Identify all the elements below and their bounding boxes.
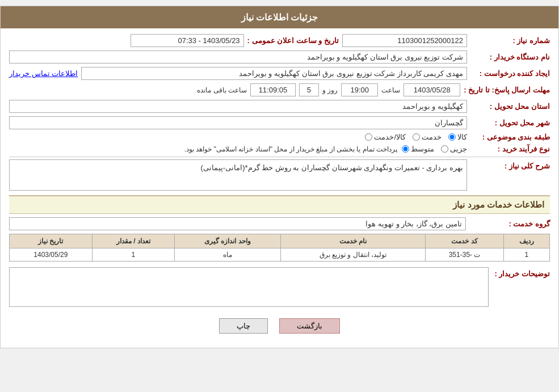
deadline-remaining-label: ساعت باقی مانده <box>197 86 247 94</box>
deadline-remaining: 11:09:05 <box>250 83 296 96</box>
buyer-notes-textarea[interactable] <box>9 267 489 307</box>
buttons-row: بازگشت چاپ <box>9 313 550 342</box>
deadline-date: 1403/05/28 <box>404 83 460 96</box>
announce-date-value: 1403/05/23 - 07:33 <box>131 34 244 47</box>
category-label: طبقه بندی موضوعی : <box>470 133 550 141</box>
services-section-title: اطلاعات خدمات مورد نیاز <box>9 195 550 214</box>
col-radif: ردیف <box>503 234 549 248</box>
cell-unit: ماه <box>175 248 280 262</box>
cell-code: ت -35-351 <box>426 248 503 262</box>
purchase-note: پرداخت تمام یا بخشی از مبلغ خریدار از مح… <box>9 145 397 153</box>
items-table: ردیف کد خدمت نام خدمت واحد اندازه گیری ت… <box>9 234 550 262</box>
back-button[interactable]: بازگشت <box>279 318 340 334</box>
need-number-value: 1103001252000122 <box>342 34 467 47</box>
print-button[interactable]: چاپ <box>219 318 268 334</box>
service-group-label: گروه خدمت : <box>470 220 550 228</box>
deadline-time: 19:00 <box>341 83 378 96</box>
announce-date-label: تاریخ و ساعت اعلان عمومی : <box>247 36 339 45</box>
col-qty: تعداد / مقدار <box>92 234 175 248</box>
table-row: 1ت -35-351تولید، انتقال و توزیع برقماه11… <box>10 248 550 262</box>
city-label: شهر محل تحویل : <box>470 119 550 127</box>
purchase-type-jozii[interactable]: جزیی <box>441 145 467 153</box>
deadline-label: مهلت ارسال پاسخ: تا تاریخ : <box>464 86 550 94</box>
need-number-label: شماره نیاز : <box>470 36 550 45</box>
buyer-name-value: شرکت توزیع نیروی برق استان کهگیلویه و بو… <box>9 50 467 64</box>
service-group-value: تامین برق، گاز، بخار و تهویه هوا <box>9 217 466 230</box>
province-label: استان محل تحویل : <box>470 102 550 111</box>
creator-label: ایجاد کننده درخواست : <box>470 69 550 78</box>
col-code: کد خدمت <box>426 234 503 248</box>
page-title: جزئیات اطلاعات نیاز <box>1 6 558 28</box>
purchase-type-motavasset-label: متوسط <box>411 145 434 153</box>
cell-row: 1 <box>503 248 549 262</box>
category-kala-label: کالا <box>457 133 467 141</box>
category-radio-group: کالا/خدمت خدمت کالا <box>365 133 467 141</box>
category-khidmat[interactable]: خدمت <box>413 133 442 141</box>
col-date: تاریخ نیاز <box>10 234 93 248</box>
category-kala[interactable]: کالا <box>448 133 467 141</box>
category-kala-khidmat-label: کالا/خدمت <box>374 133 406 141</box>
contact-link[interactable]: اطلاعات تماس خریدار <box>9 69 78 78</box>
col-name: نام خدمت <box>280 234 426 248</box>
creator-value: مهدی کریمی کاربرداز شرکت توزیع نیروی برق… <box>81 67 467 80</box>
deadline-days: 5 <box>299 83 319 96</box>
cell-date: 1403/05/29 <box>10 248 93 262</box>
description-label: شرح کلی نیاز : <box>470 159 550 170</box>
category-kala-khidmat[interactable]: کالا/خدمت <box>365 133 406 141</box>
cell-name: تولید، انتقال و توزیع برق <box>280 248 426 262</box>
deadline-days-label: روز و <box>322 86 338 94</box>
city-value: گچساران <box>9 116 467 129</box>
purchase-type-jozii-label: جزیی <box>450 145 467 153</box>
purchase-type-motavasset[interactable]: متوسط <box>402 145 434 153</box>
buyer-notes-label: توضیحات خریدار : <box>493 267 550 278</box>
col-unit: واحد اندازه گیری <box>175 234 280 248</box>
cell-qty: 1 <box>92 248 175 262</box>
buyer-name-label: نام دستگاه خریدار : <box>470 53 550 61</box>
description-value: بهره برداری - تعمیرات ونگهداری شهرستان گ… <box>9 159 467 191</box>
purchase-type-label: نوع فرآیند خرید : <box>470 145 550 153</box>
province-value: کهگیلویه و بویراحمد <box>9 100 467 113</box>
deadline-time-label: ساعت <box>381 86 400 94</box>
category-khidmat-label: خدمت <box>422 133 442 141</box>
